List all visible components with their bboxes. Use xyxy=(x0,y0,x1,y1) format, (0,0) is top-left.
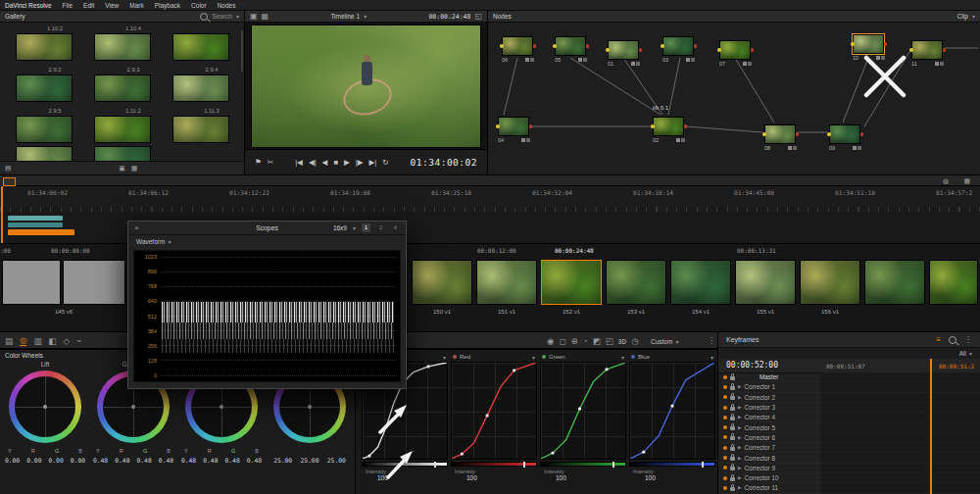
node-graph[interactable]: 06 05 01 03 07 10 11 04 lift 0.1 02 08 0… xyxy=(488,23,980,174)
gallery-still-thumb[interactable] xyxy=(172,116,229,143)
play-reverse-button[interactable]: ◀ xyxy=(322,159,328,167)
expand-triangle-icon[interactable]: ▶ xyxy=(738,405,741,410)
keyframe-corrector-row[interactable]: ▶ Corrector 8 xyxy=(718,453,980,463)
blank-clip[interactable] xyxy=(63,260,125,305)
expand-triangle-icon[interactable]: ▶ xyxy=(738,435,741,440)
timeline-clip-153[interactable]: 153 v1 xyxy=(606,260,666,305)
keyframes-options-icon[interactable]: ⋮ xyxy=(964,336,972,344)
lock-icon[interactable] xyxy=(730,457,735,461)
enable-dot-icon[interactable] xyxy=(723,425,727,429)
expand-triangle-icon[interactable]: ▶ xyxy=(738,415,741,420)
intensity-value[interactable]: 100 xyxy=(556,474,626,481)
lock-icon[interactable] xyxy=(730,447,735,451)
color-wheels-tool-icon[interactable]: ◎ xyxy=(20,336,26,347)
menu-item[interactable]: Edit xyxy=(83,2,94,9)
timeline-playhead[interactable] xyxy=(1,186,3,243)
expand-triangle-icon[interactable]: ▶ xyxy=(738,445,741,450)
menu-item[interactable]: Nodes xyxy=(218,2,236,9)
key-icon[interactable]: ◩ xyxy=(593,337,601,346)
enable-dot-icon[interactable] xyxy=(723,375,727,379)
gallery-scrollbar[interactable] xyxy=(241,30,243,72)
lightbox-grid-icon[interactable]: ▦ xyxy=(963,177,970,184)
keyframe-corrector-row[interactable]: ▶ Corrector 7 xyxy=(718,443,980,453)
blue-curve[interactable] xyxy=(629,362,715,460)
keyframe-corrector-row[interactable]: ▶ Corrector 11 xyxy=(718,483,980,493)
keyframe-corrector-row[interactable]: ▶ Corrector 6 xyxy=(718,433,980,443)
gallery-still-thumb[interactable] xyxy=(16,146,73,162)
tracker-icon[interactable]: ⊕ xyxy=(570,337,577,346)
curve-mode-selector[interactable]: Custom ▾ xyxy=(651,332,678,350)
gamma-y-value[interactable]: 0.48 xyxy=(93,457,108,464)
expand-triangle-icon[interactable]: ▶ xyxy=(738,475,741,480)
clip-badge-icon[interactable] xyxy=(3,177,16,186)
step-back-button[interactable]: ◀| xyxy=(309,159,317,167)
lift-g-value[interactable]: 0.00 xyxy=(49,457,64,464)
node-02[interactable]: 02 xyxy=(653,117,686,136)
timeline-ruler[interactable]: 01:34:00:0201:34:06:1201:34:12:2201:34:1… xyxy=(0,186,980,212)
keyframe-corrector-row[interactable]: ▶ Corrector 3 xyxy=(718,403,980,413)
marker-icon[interactable]: ⚑ xyxy=(255,159,262,167)
chevron-down-icon[interactable]: ▾ xyxy=(710,354,713,361)
scopes-window[interactable]: × Scopes 16x9 ▾ 1 2 4 Waveform ▾ 1023896… xyxy=(127,221,407,389)
gain-r-value[interactable]: 0.48 xyxy=(203,457,218,464)
timeline-clip-154[interactable]: 154 v1 xyxy=(670,260,731,305)
node-06[interactable]: 06 xyxy=(502,36,535,56)
timeline-clip-151[interactable]: 151 v1 xyxy=(476,260,537,305)
gallery-still-thumb[interactable] xyxy=(16,33,73,61)
gallery-still-thumb[interactable] xyxy=(94,74,151,102)
sizing-icon[interactable]: ◰ xyxy=(606,337,613,346)
gamma-r-value[interactable]: 0.48 xyxy=(115,457,129,464)
red-curve-header[interactable]: Red ▾ xyxy=(451,352,537,362)
blur-icon[interactable]: ◔ xyxy=(583,337,588,346)
intensity-value[interactable]: 100 xyxy=(377,474,448,481)
node-05[interactable]: 05 xyxy=(555,36,588,56)
intensity-value[interactable]: 100 xyxy=(645,474,715,481)
blue-gradient-bar[interactable] xyxy=(629,462,715,467)
blue-curve-header[interactable]: Blue ▾ xyxy=(629,352,715,362)
lock-icon[interactable] xyxy=(730,467,735,470)
step-forward-button[interactable]: |▶ xyxy=(356,159,364,167)
lock-icon[interactable] xyxy=(730,376,735,380)
keyframe-corrector-row[interactable]: ▶ Corrector 10 xyxy=(718,473,980,483)
scopes-titlebar[interactable]: × Scopes 16x9 ▾ 1 2 4 xyxy=(128,222,406,235)
gain-b-value[interactable]: 0.48 xyxy=(247,457,262,464)
gallery-still-thumb[interactable] xyxy=(16,116,73,143)
stop-button[interactable]: ■ xyxy=(333,159,338,167)
qualifier-icon[interactable]: ◉ xyxy=(547,337,554,346)
lock-icon[interactable] xyxy=(730,386,735,390)
menu-item[interactable]: DaVinci Resolve xyxy=(5,2,52,9)
loop-button[interactable]: ↻ xyxy=(382,159,388,167)
keyframes-playhead[interactable] xyxy=(930,359,932,494)
menu-item[interactable]: Mark xyxy=(129,2,143,9)
node-09[interactable]: 09 xyxy=(829,124,862,144)
gamma-g-value[interactable]: 0.48 xyxy=(137,457,152,464)
split-clip-icon[interactable]: ✂ xyxy=(268,159,273,167)
timeline-clip-155[interactable]: 155 v1 xyxy=(735,260,796,305)
sort-icon[interactable]: ≡ xyxy=(936,336,941,344)
lock-icon[interactable] xyxy=(730,417,735,420)
enable-dot-icon[interactable] xyxy=(723,385,727,389)
nodes-mode-selector[interactable]: Clip xyxy=(957,13,968,20)
stills-album-icon[interactable]: ▣ xyxy=(119,165,125,172)
expand-triangle-icon[interactable]: ▶ xyxy=(738,456,741,461)
enable-dot-icon[interactable] xyxy=(723,466,727,469)
green-curve[interactable] xyxy=(540,362,626,460)
color-match-icon[interactable]: ▥ xyxy=(33,337,41,346)
node-07[interactable]: 07 xyxy=(719,40,753,60)
timeline-clip-152-selected[interactable]: 152 v1 xyxy=(541,260,602,305)
gallery-options-caret-icon[interactable]: ▾ xyxy=(236,13,239,20)
track-bar-teal[interactable] xyxy=(8,216,63,221)
gallery-still-thumb[interactable] xyxy=(172,74,229,102)
curves-options-icon[interactable]: ⋮ xyxy=(708,337,715,345)
node-08[interactable]: 08 xyxy=(764,124,798,144)
node-03[interactable]: 03 xyxy=(662,36,696,56)
keyframes-filter[interactable]: All xyxy=(959,350,966,357)
lift-b-value[interactable]: 0.00 xyxy=(71,457,85,464)
play-button[interactable]: ▶ xyxy=(344,159,350,167)
luminance-gradient-bar[interactable] xyxy=(362,462,448,467)
menu-item[interactable]: Playback xyxy=(155,2,180,9)
offset-g-value[interactable]: 25.00 xyxy=(301,457,319,464)
camera-raw-icon[interactable]: ▤ xyxy=(5,337,13,346)
track-bar-orange[interactable] xyxy=(8,229,74,235)
node-01[interactable]: 01 xyxy=(608,40,641,60)
